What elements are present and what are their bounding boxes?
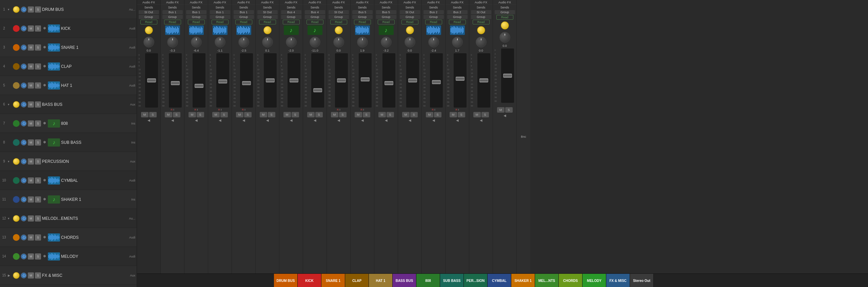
fader-thumb[interactable]: [242, 81, 251, 85]
channel-bottom-label[interactable]: HAT 1: [369, 274, 393, 287]
channel-solo-btn[interactable]: S: [410, 112, 418, 117]
channel-bottom-label[interactable]: PER...SION: [464, 274, 488, 287]
track-solo-btn[interactable]: S: [35, 253, 41, 260]
track-color-btn[interactable]: [13, 253, 20, 260]
fader-track[interactable]: [454, 53, 467, 108]
channel-mute-btn[interactable]: M: [307, 112, 315, 117]
track-mute-btn[interactable]: M: [28, 196, 34, 203]
fader-track[interactable]: [311, 53, 324, 108]
track-solo-btn[interactable]: S: [35, 6, 41, 13]
track-mute-btn[interactable]: M: [28, 253, 34, 260]
channel-bottom-label[interactable]: MELODY: [583, 274, 606, 287]
fader-track[interactable]: [406, 53, 419, 108]
fader-track[interactable]: [169, 53, 182, 108]
channel-mute-btn[interactable]: M: [331, 112, 338, 117]
read-button[interactable]: Read: [354, 20, 371, 24]
fader-thumb[interactable]: [171, 81, 180, 85]
channel-expand-icon[interactable]: ◀: [432, 118, 435, 122]
channel-mute-btn[interactable]: M: [165, 112, 172, 117]
bus-slot-label[interactable]: St Out: [139, 10, 159, 14]
channel-expand-icon[interactable]: ◀: [456, 118, 459, 122]
read-button[interactable]: Read: [140, 20, 157, 24]
channel-pan-knob[interactable]: [262, 37, 273, 47]
fader-thumb[interactable]: [290, 78, 298, 82]
track-mute-btn[interactable]: M: [28, 215, 34, 222]
group-slot-label[interactable]: Group: [186, 15, 206, 19]
channel-pan-knob[interactable]: [238, 37, 249, 47]
track-solo-btn[interactable]: S: [35, 82, 41, 89]
fader-track[interactable]: [288, 53, 300, 108]
track-color-dot[interactable]: [13, 272, 20, 279]
channel-bottom-label[interactable]: MEL...NTS: [535, 274, 559, 287]
group-slot-label[interactable]: Group: [210, 15, 230, 19]
bus-slot-label[interactable]: St Out: [471, 10, 491, 14]
fader-track[interactable]: [501, 49, 514, 103]
channel-solo-btn[interactable]: S: [173, 112, 180, 117]
track-color-btn[interactable]: [13, 196, 20, 203]
channel-pan-knob[interactable]: [310, 37, 320, 47]
fader-thumb[interactable]: [147, 78, 156, 82]
channel-bottom-label[interactable]: 808: [416, 274, 440, 287]
track-collapse-icon[interactable]: ▶: [8, 274, 12, 277]
group-slot-label[interactable]: Group: [257, 15, 278, 19]
fader-track[interactable]: [216, 53, 229, 108]
fader-thumb[interactable]: [479, 78, 488, 82]
bus-slot-label[interactable]: Bus 4: [281, 10, 301, 14]
track-mute-btn[interactable]: M: [28, 63, 34, 70]
channel-mute-btn[interactable]: M: [450, 112, 457, 117]
track-collapse-icon[interactable]: ▾: [8, 217, 12, 220]
channel-pan-knob[interactable]: [333, 37, 344, 47]
track-solo-btn[interactable]: S: [35, 215, 41, 222]
track-freeze-icon[interactable]: ❄: [42, 178, 47, 183]
channel-mute-btn[interactable]: M: [355, 112, 362, 117]
read-button[interactable]: Read: [235, 20, 252, 24]
track-solo-btn[interactable]: S: [35, 120, 41, 127]
channel-pan-knob[interactable]: [167, 37, 178, 47]
track-color-btn[interactable]: [13, 63, 20, 70]
track-power-btn[interactable]: ⏻: [21, 272, 27, 279]
bus-slot-label[interactable]: Bus 1: [210, 10, 230, 14]
channel-mute-btn[interactable]: M: [236, 112, 243, 117]
track-freeze-icon[interactable]: ❄: [42, 83, 47, 88]
track-color-btn[interactable]: [13, 139, 20, 146]
group-slot-label[interactable]: Group: [162, 15, 183, 19]
channel-pan-knob[interactable]: [452, 37, 463, 47]
track-power-btn[interactable]: ⏻: [21, 25, 27, 32]
channel-pan-knob[interactable]: [286, 37, 297, 47]
track-power-btn[interactable]: ⏻: [21, 158, 27, 165]
track-freeze-icon[interactable]: ❄: [42, 45, 47, 50]
track-freeze-icon[interactable]: ❄: [42, 235, 47, 240]
channel-expand-icon[interactable]: ◀: [290, 118, 293, 122]
track-color-dot[interactable]: [13, 101, 20, 108]
fader-track[interactable]: [145, 53, 158, 108]
channel-pan-knob[interactable]: [405, 37, 415, 47]
channel-expand-icon[interactable]: ◀: [219, 118, 221, 122]
track-mute-btn[interactable]: M: [28, 234, 34, 241]
track-mute-btn[interactable]: M: [28, 158, 34, 165]
track-freeze-icon[interactable]: ❄: [42, 254, 47, 259]
bus-slot-label[interactable]: Bus 1: [186, 10, 206, 14]
channel-solo-btn[interactable]: S: [149, 112, 157, 117]
channel-bottom-label[interactable]: BASS BUS: [393, 274, 416, 287]
channel-mute-btn[interactable]: M: [189, 112, 196, 117]
channel-pan-knob[interactable]: [191, 37, 202, 47]
track-color-dot[interactable]: [13, 215, 20, 222]
channel-mute-btn[interactable]: M: [378, 112, 386, 117]
channel-bottom-label[interactable]: Stereo Out: [630, 274, 654, 287]
read-button[interactable]: Read: [259, 20, 276, 24]
read-button[interactable]: Read: [164, 20, 181, 24]
channel-expand-icon[interactable]: ◀: [266, 118, 269, 122]
track-power-btn[interactable]: ⏻: [21, 44, 27, 51]
channel-expand-icon[interactable]: ◀: [409, 118, 411, 122]
track-solo-btn[interactable]: S: [35, 158, 41, 165]
channel-bottom-label[interactable]: DRUM BUS: [274, 274, 298, 287]
bus-slot-label[interactable]: St Out: [257, 10, 278, 14]
track-solo-btn[interactable]: S: [35, 63, 41, 70]
bus-slot-label[interactable]: Bus 1: [162, 10, 183, 14]
channel-mute-btn[interactable]: M: [283, 112, 291, 117]
channel-expand-icon[interactable]: ◀: [171, 118, 174, 122]
group-slot-label[interactable]: Group: [471, 15, 491, 19]
group-slot-label[interactable]: Group: [400, 15, 420, 19]
channel-bottom-label[interactable]: SNARE 1: [321, 274, 345, 287]
track-collapse-icon[interactable]: ▾: [8, 103, 12, 106]
